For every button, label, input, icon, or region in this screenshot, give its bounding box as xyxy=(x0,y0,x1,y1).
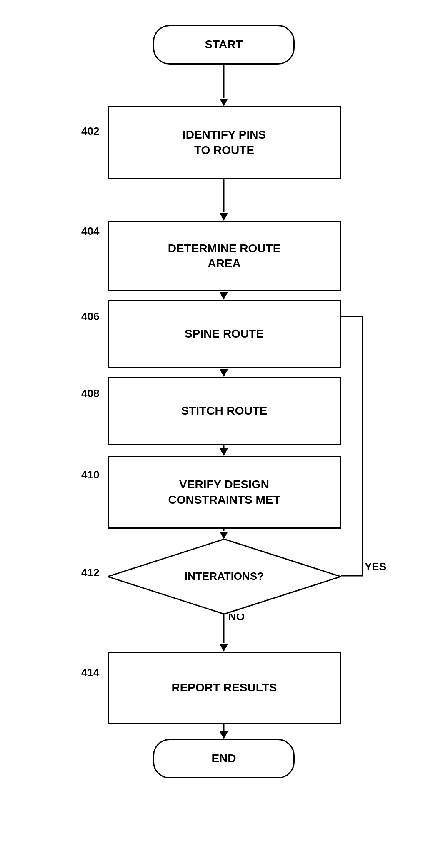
step-406-node: SPINE ROUTE xyxy=(108,300,341,368)
svg-marker-1 xyxy=(220,99,228,106)
start-label: START xyxy=(205,37,243,52)
step-404-label: DETERMINE ROUTE AREA xyxy=(168,241,281,271)
svg-marker-5 xyxy=(220,292,228,300)
ref-406: 406 xyxy=(81,310,99,323)
ref-402: 402 xyxy=(81,125,99,138)
flowchart-diagram: YES NO START 402 IDENTIFY PINS TO ROUTE … xyxy=(0,0,448,868)
step-410-label: VERIFY DESIGN CONSTRAINTS MET xyxy=(168,477,280,507)
ref-404: 404 xyxy=(81,225,99,238)
svg-marker-13 xyxy=(220,644,228,652)
svg-text:YES: YES xyxy=(365,560,386,573)
step-406-label: SPINE ROUTE xyxy=(185,326,264,341)
svg-marker-3 xyxy=(220,213,228,221)
step-408-node: STITCH ROUTE xyxy=(108,377,341,445)
step-402-label: IDENTIFY PINS TO ROUTE xyxy=(183,127,266,158)
ref-410: 410 xyxy=(81,468,99,481)
ref-414: 414 xyxy=(81,666,99,679)
step-402-node: IDENTIFY PINS TO ROUTE xyxy=(108,106,341,179)
step-410-node: VERIFY DESIGN CONSTRAINTS MET xyxy=(108,456,341,529)
step-408-label: STITCH ROUTE xyxy=(181,403,268,418)
step-412-label: INTERATIONS? xyxy=(185,570,264,583)
end-label: END xyxy=(211,751,236,766)
svg-marker-9 xyxy=(220,448,228,456)
start-node: START xyxy=(153,25,295,65)
step-412-node: INTERATIONS? xyxy=(108,539,341,614)
ref-412: 412 xyxy=(81,566,99,579)
end-node: END xyxy=(153,739,295,778)
svg-marker-15 xyxy=(220,731,228,739)
svg-marker-7 xyxy=(220,369,228,377)
step-404-node: DETERMINE ROUTE AREA xyxy=(108,221,341,291)
ref-408: 408 xyxy=(81,387,99,400)
svg-marker-11 xyxy=(220,532,228,539)
step-414-label: REPORT RESULTS xyxy=(171,680,277,695)
step-414-node: REPORT RESULTS xyxy=(108,652,341,724)
